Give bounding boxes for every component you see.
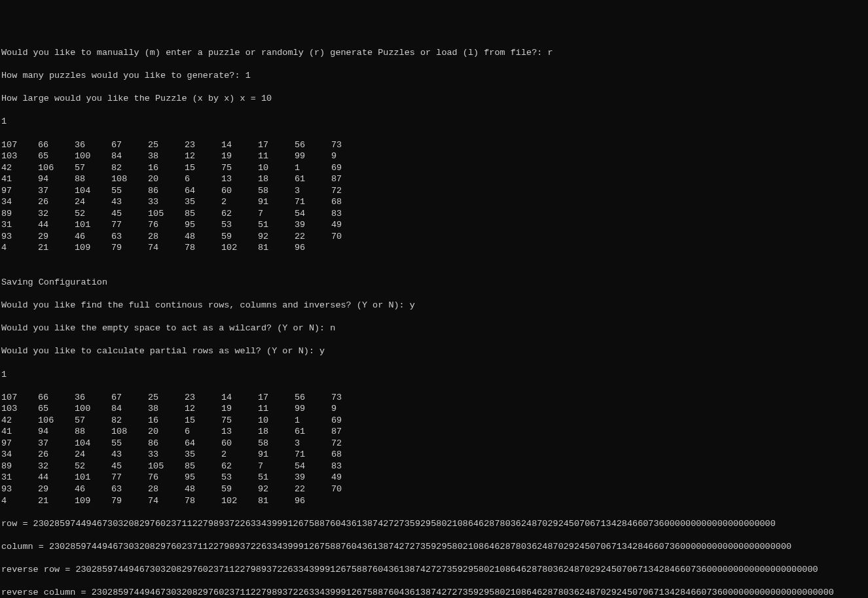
grid-cell: 35: [185, 196, 221, 208]
grid-cell: 25: [148, 139, 185, 151]
grid-cell: 56: [295, 392, 331, 404]
grid-cell: 24: [75, 196, 111, 208]
result-reverse-row: reverse row = 23028597449467303208297602…: [1, 564, 867, 576]
grid-cell: 79: [111, 495, 148, 507]
grid-row: 89325245105856275483: [1, 208, 867, 220]
grid-cell: 99: [295, 403, 331, 415]
grid-cell: 63: [111, 231, 148, 243]
grid-cell: 48: [185, 484, 221, 495]
grid-cell: 16: [148, 415, 185, 427]
grid-cell: 22: [295, 231, 331, 243]
grid-cell: 52: [75, 461, 111, 472]
grid-cell: 43: [111, 449, 148, 461]
grid-cell: 1: [295, 415, 331, 427]
grid-cell: 31: [1, 219, 38, 231]
grid-cell: 46: [75, 231, 111, 243]
grid-cell: 53: [221, 219, 258, 231]
grid-cell: 76: [148, 219, 185, 231]
grid-cell: 45: [111, 461, 148, 472]
grid-cell: 51: [258, 472, 295, 484]
grid-cell: 19: [221, 150, 258, 162]
grid-cell: 91: [258, 449, 295, 461]
grid-cell: 95: [185, 219, 221, 231]
grid-cell: 96: [295, 495, 331, 507]
grid-cell: 102: [221, 242, 258, 254]
grid-cell: 18: [258, 426, 295, 438]
grid-cell: 76: [148, 472, 185, 484]
grid-cell: 97: [1, 438, 38, 449]
prompt-find-full: Would you like find the full continous r…: [1, 300, 867, 311]
grid-cell: 17: [258, 392, 295, 404]
grid-cell: 20: [148, 173, 185, 185]
grid-cell: 65: [38, 403, 75, 415]
grid-cell: 95: [185, 472, 221, 484]
grid-cell: 99: [295, 150, 331, 162]
grid-cell: 2: [221, 449, 258, 461]
grid-row: 103651008438121911999: [1, 150, 867, 162]
grid-cell: 23: [185, 139, 221, 151]
puzzle-number-1: 1: [1, 116, 867, 128]
grid-cell: 11: [258, 403, 295, 415]
grid-cell: 48: [185, 231, 221, 243]
grid-cell: 82: [111, 162, 148, 174]
grid-cell: 84: [111, 403, 148, 415]
grid-row: 107663667252314175673: [1, 392, 867, 404]
grid-cell: 41: [1, 173, 38, 185]
grid-cell: 75: [221, 162, 258, 174]
grid-cell: 24: [75, 449, 111, 461]
grid-cell: 44: [38, 472, 75, 484]
grid-cell: 46: [75, 484, 111, 495]
grid-cell: 62: [221, 461, 258, 472]
grid-cell: 74: [148, 495, 185, 507]
grid-cell: 28: [148, 484, 185, 495]
grid-row: 97371045586646058372: [1, 438, 867, 449]
grid-row: 314410177769553513949: [1, 472, 867, 484]
grid-cell: 9: [331, 403, 368, 415]
grid-cell: 101: [75, 219, 111, 231]
grid-cell: 78: [185, 495, 221, 507]
grid-row: 4211097974781028196: [1, 495, 867, 507]
grid-cell: 77: [111, 472, 148, 484]
grid-cell: 13: [221, 426, 258, 438]
grid-cell: 55: [111, 185, 148, 197]
grid-cell: 79: [111, 242, 148, 254]
grid-cell: 59: [221, 484, 258, 495]
grid-cell: 3: [295, 438, 331, 449]
grid-cell: 105: [148, 208, 185, 220]
grid-cell: 91: [258, 196, 295, 208]
grid-cell: 52: [75, 208, 111, 220]
grid-cell: 92: [258, 484, 295, 495]
grid-cell: 86: [148, 185, 185, 197]
grid-cell: 26: [38, 196, 75, 208]
grid-cell: 42: [1, 162, 38, 174]
grid-cell: 38: [148, 150, 185, 162]
grid-cell: 29: [38, 484, 75, 495]
grid-cell: 39: [295, 219, 331, 231]
grid-row: 103651008438121911999: [1, 403, 867, 415]
grid-row: 3426244333352917168: [1, 196, 867, 208]
grid-cell: 88: [75, 173, 111, 185]
grid-cell: 20: [148, 426, 185, 438]
grid-cell: 96: [295, 242, 331, 254]
grid-cell: 89: [1, 208, 38, 220]
grid-cell: 81: [258, 495, 295, 507]
grid-cell: 109: [75, 495, 111, 507]
grid-cell: 26: [38, 449, 75, 461]
grid-cell: 77: [111, 219, 148, 231]
grid-cell: 63: [111, 484, 148, 495]
grid-cell: 7: [258, 461, 295, 472]
grid-cell: 100: [75, 150, 111, 162]
grid-row: 3426244333352917168: [1, 449, 867, 461]
grid-cell: 107: [1, 139, 38, 151]
grid-cell: 88: [75, 426, 111, 438]
grid-cell: 23: [185, 392, 221, 404]
grid-cell: 66: [38, 392, 75, 404]
grid-cell: 6: [185, 173, 221, 185]
grid-cell: 94: [38, 173, 75, 185]
grid-cell: 14: [221, 139, 258, 151]
grid-cell: 21: [38, 495, 75, 507]
grid-cell: 71: [295, 449, 331, 461]
grid-row: 314410177769553513949: [1, 219, 867, 231]
grid-cell: 103: [1, 150, 38, 162]
grid-cell: 51: [258, 219, 295, 231]
